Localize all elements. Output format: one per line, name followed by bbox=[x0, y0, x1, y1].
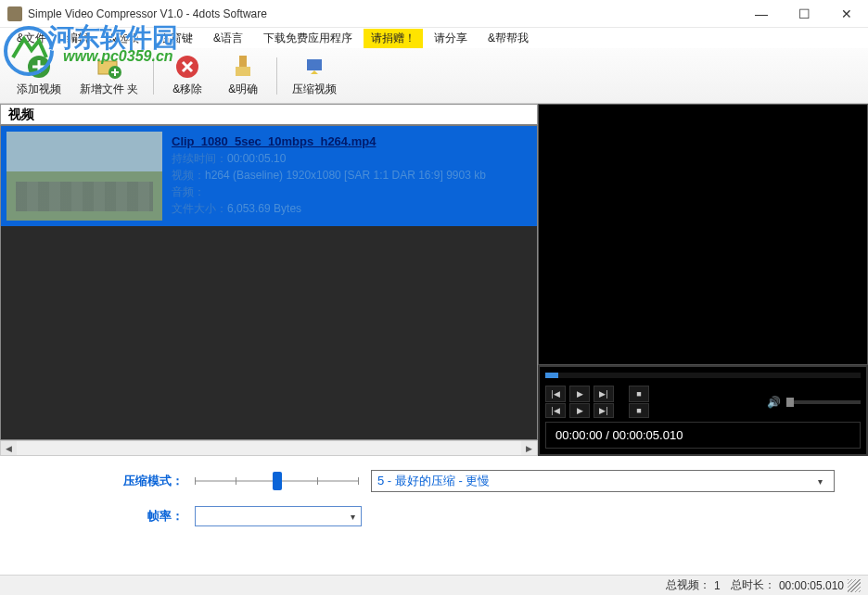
main-area: 视频 Clip_1080_5sec_10mbps_h264.mp4 持续时间：0… bbox=[0, 104, 868, 456]
audio-label: 音频： bbox=[172, 185, 205, 198]
video-spec-value: h264 (Baseline) 1920x1080 [SAR 1:1 DAR 1… bbox=[205, 169, 486, 182]
watermark-logo-icon bbox=[4, 26, 54, 76]
horizontal-scrollbar[interactable]: ◀ ▶ bbox=[0, 440, 538, 456]
status-duration-label: 总时长： bbox=[731, 577, 775, 593]
menu-donate[interactable]: 请捐赠！ bbox=[364, 29, 423, 48]
maximize-button[interactable]: ☐ bbox=[783, 0, 825, 28]
window-title: Simple Video Compressor V1.0 - 4dots Sof… bbox=[28, 7, 740, 20]
add-video-label: 添加视频 bbox=[17, 82, 61, 97]
volume-icon: 🔊 bbox=[767, 396, 781, 409]
scroll-track[interactable] bbox=[17, 441, 521, 455]
preview-pane: |◀ |◀ ▶ ▶ ▶| ▶| ■ ■ 🔊 bbox=[538, 104, 868, 456]
clear-icon bbox=[230, 54, 256, 80]
clear-button[interactable]: &明确 bbox=[215, 50, 271, 102]
compress-label: 压缩视频 bbox=[292, 82, 337, 97]
clear-label: &明确 bbox=[228, 82, 258, 97]
time-total: 00:00:05.010 bbox=[612, 428, 683, 442]
compression-slider[interactable] bbox=[195, 469, 358, 493]
step-back-button[interactable]: |◀ bbox=[545, 403, 566, 418]
compression-mode-value: 5 - 最好的压缩 - 更慢 bbox=[377, 473, 490, 489]
step-fwd-button[interactable]: ▶| bbox=[594, 403, 614, 418]
scroll-right-button[interactable]: ▶ bbox=[521, 441, 537, 455]
stop-button[interactable]: ■ bbox=[629, 386, 649, 402]
video-filename: Clip_1080_5sec_10mbps_h264.mp4 bbox=[172, 133, 522, 150]
volume-slider[interactable] bbox=[786, 400, 861, 404]
close-button[interactable]: ✕ bbox=[825, 0, 868, 28]
svg-rect-5 bbox=[239, 56, 247, 67]
video-list[interactable]: Clip_1080_5sec_10mbps_h264.mp4 持续时间：00:0… bbox=[0, 126, 538, 440]
video-list-header: 视频 bbox=[0, 104, 538, 126]
status-video-count-label: 总视频： bbox=[666, 577, 710, 593]
pause-button[interactable]: ▶ bbox=[569, 403, 590, 418]
player-controls: |◀ |◀ ▶ ▶ ▶| ▶| ■ ■ 🔊 bbox=[538, 365, 868, 456]
status-video-count: 1 bbox=[714, 579, 721, 592]
video-spec-label: 视频： bbox=[172, 169, 205, 182]
video-preview bbox=[538, 104, 868, 365]
compression-mode-select[interactable]: 5 - 最好的压缩 - 更慢 ▾ bbox=[371, 470, 835, 492]
settings-area: 压缩模式： 5 - 最好的压缩 - 更慢 ▾ 帧率： ▾ bbox=[0, 456, 868, 543]
next-button[interactable]: ▶| bbox=[594, 386, 614, 402]
menu-language[interactable]: &语言 bbox=[204, 29, 252, 48]
filesize-value: 6,053.69 Bytes bbox=[227, 202, 301, 215]
video-info: Clip_1080_5sec_10mbps_h264.mp4 持续时间：00:0… bbox=[162, 132, 531, 221]
app-icon bbox=[7, 6, 22, 21]
filesize-label: 文件大小： bbox=[172, 202, 227, 215]
time-current: 00:00:00 bbox=[555, 428, 603, 442]
toolbar-separator bbox=[276, 57, 277, 95]
add-folder-label: 新增文件 夹 bbox=[80, 82, 138, 97]
progress-bar[interactable] bbox=[545, 373, 861, 378]
remove-label: &移除 bbox=[172, 82, 202, 97]
fps-select[interactable]: ▾ bbox=[195, 506, 362, 526]
resize-grip[interactable] bbox=[848, 579, 861, 592]
menu-download[interactable]: 下载免费应用程序 bbox=[254, 29, 362, 48]
watermark-url: www.pc0359.cn bbox=[63, 48, 173, 65]
menu-help[interactable]: &帮帮我 bbox=[479, 29, 538, 48]
play-button[interactable]: ▶ bbox=[569, 386, 590, 402]
compress-icon bbox=[301, 54, 327, 80]
stop2-button[interactable]: ■ bbox=[629, 403, 649, 418]
minimize-button[interactable]: — bbox=[740, 0, 783, 28]
remove-icon bbox=[174, 54, 200, 80]
duration-label: 持续时间： bbox=[172, 152, 227, 165]
video-list-item[interactable]: Clip_1080_5sec_10mbps_h264.mp4 持续时间：00:0… bbox=[1, 126, 537, 226]
video-list-pane: 视频 Clip_1080_5sec_10mbps_h264.mp4 持续时间：0… bbox=[0, 104, 538, 456]
svg-rect-7 bbox=[307, 59, 322, 70]
time-display: 00:00:00 / 00:00:05.010 bbox=[545, 422, 861, 449]
compression-mode-label: 压缩模式： bbox=[19, 473, 195, 489]
chevron-down-icon: ▾ bbox=[811, 476, 828, 487]
duration-value: 00:00:05.10 bbox=[227, 152, 286, 165]
status-bar: 总视频： 1 总时长： 00:00:05.010 bbox=[0, 575, 868, 595]
status-duration: 00:00:05.010 bbox=[779, 579, 844, 592]
chevron-down-icon: ▾ bbox=[344, 512, 361, 522]
fps-label: 帧率： bbox=[19, 508, 195, 525]
svg-rect-6 bbox=[236, 67, 250, 76]
compress-button[interactable]: 压缩视频 bbox=[283, 50, 346, 102]
prev-button[interactable]: |◀ bbox=[545, 386, 566, 402]
menu-share[interactable]: 请分享 bbox=[425, 29, 477, 48]
video-thumbnail bbox=[6, 132, 162, 221]
scroll-left-button[interactable]: ◀ bbox=[1, 441, 17, 455]
